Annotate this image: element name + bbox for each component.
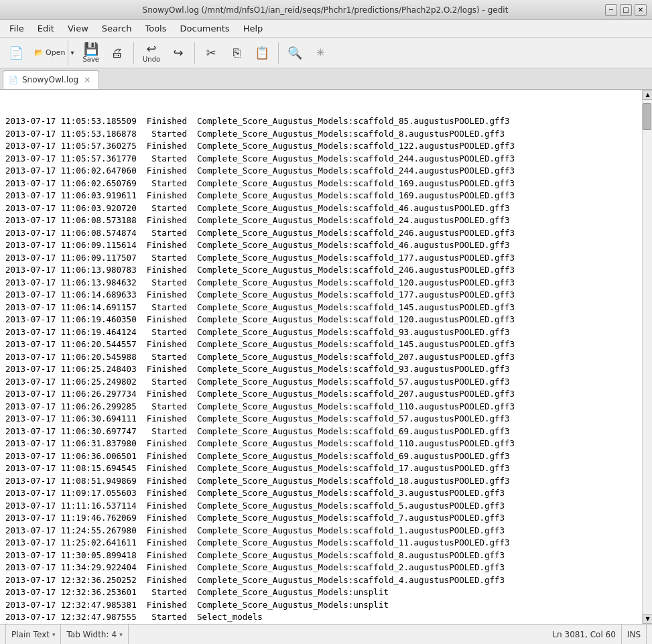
cursor-position: Ln 3081, Col 60 [552, 630, 615, 639]
menu-documents[interactable]: Documents [174, 21, 237, 36]
file-tab-icon: 📄 [9, 76, 18, 84]
undo-icon: ↩ [146, 43, 156, 55]
editor-line: 2013-07-17 11:09:17.055603 Finished Comp… [0, 487, 642, 500]
editor-line: 2013-07-17 11:06:31.837980 Finished Comp… [0, 438, 642, 450]
editor-line: 2013-07-17 11:06:30.697747 Started Compl… [0, 426, 642, 438]
editor-line: 2013-07-17 11:06:30.694111 Finished Comp… [0, 413, 642, 426]
paste-icon: 📋 [255, 47, 269, 59]
statusbar: Plain Text ▾ Tab Width: 4 ▾ Ln 3081, Col… [0, 624, 652, 644]
insert-mode-label: INS [627, 630, 641, 639]
menu-search[interactable]: Search [95, 21, 139, 36]
tab-close-button[interactable]: × [82, 75, 92, 84]
editor-line: 2013-07-17 11:06:14.689633 Finished Comp… [0, 289, 642, 302]
plain-text-dropdown-icon: ▾ [52, 631, 56, 638]
editor-line: 2013-07-17 11:34:29.922404 Finished Comp… [0, 562, 642, 574]
vertical-scrollbar[interactable]: ▲ ▼ [642, 90, 652, 624]
separator-2 [194, 42, 195, 64]
editor-line: 2013-07-17 11:25:02.641611 Finished Comp… [0, 537, 642, 550]
editor-line: 2013-07-17 11:05:57.360275 Finished Comp… [0, 140, 642, 153]
open-dropdown-button[interactable]: ▾ [68, 40, 76, 66]
redo-button[interactable]: ↪ [166, 40, 190, 66]
editor-line: 2013-07-17 11:30:05.899418 Finished Comp… [0, 550, 642, 562]
scroll-thumb[interactable] [643, 103, 651, 130]
tab-label: SnowyOwl.log [22, 75, 78, 84]
position-section: Ln 3081, Col 60 [547, 625, 621, 644]
editor-line: 2013-07-17 11:06:14.691157 Started Compl… [0, 302, 642, 314]
find-replace-icon: ✳ [316, 48, 324, 58]
editor-line: 2013-07-17 11:08:15.694545 Finished Comp… [0, 462, 642, 475]
tab-width-section[interactable]: Tab Width: 4 ▾ [61, 625, 128, 644]
minimize-button[interactable]: − [605, 4, 617, 16]
scroll-down-arrow[interactable]: ▼ [643, 614, 652, 624]
window-title: SnowyOwl.log (/mnt/md/nfsO1/ian_reid/seq… [46, 5, 605, 15]
editor-line: 2013-07-17 11:08:51.949869 Finished Comp… [0, 475, 642, 488]
menu-edit[interactable]: Edit [31, 21, 61, 36]
editor-line: 2013-07-17 11:06:36.006501 Finished Comp… [0, 450, 642, 463]
menubar: File Edit View Search Tools Documents He… [0, 20, 652, 38]
editor-line: 2013-07-17 11:06:02.650769 Started Compl… [0, 178, 642, 190]
find-button[interactable]: 🔍 [283, 40, 307, 66]
editor-line: 2013-07-17 11:06:26.297734 Finished Comp… [0, 388, 642, 401]
editor-line: 2013-07-17 11:05:53.186878 Started Compl… [0, 128, 642, 141]
tab-width-dropdown-icon: ▾ [119, 631, 123, 638]
plain-text-section[interactable]: Plain Text ▾ [5, 625, 61, 644]
print-button[interactable]: 🖨 [105, 40, 129, 66]
open-button-group: 📂 Open ▾ [29, 40, 76, 66]
menu-file[interactable]: File [3, 21, 31, 36]
new-icon: 📄 [9, 47, 23, 59]
print-icon: 🖨 [111, 47, 123, 59]
close-button[interactable]: ✕ [635, 4, 647, 16]
chevron-down-icon: ▾ [70, 49, 74, 56]
editor-line: 2013-07-17 11:06:20.545988 Started Compl… [0, 351, 642, 364]
editor-line: 2013-07-17 11:06:13.980783 Finished Comp… [0, 264, 642, 277]
window-controls: − □ ✕ [605, 4, 647, 16]
scroll-track[interactable] [643, 100, 652, 614]
editor-line: 2013-07-17 11:24:55.267980 Finished Comp… [0, 525, 642, 537]
undo-button[interactable]: ↩ Undo [138, 40, 165, 66]
editor-line: 2013-07-17 12:32:47.985381 Finished Comp… [0, 599, 642, 612]
toolbar: 📄 📂 Open ▾ 💾 Save 🖨 ↩ Undo ↪ ✂ ⎘ 📋 [0, 38, 652, 68]
search-icon: 🔍 [287, 47, 302, 59]
save-button[interactable]: 💾 Save [78, 40, 104, 66]
menu-help[interactable]: Help [237, 21, 270, 36]
insert-mode-section: INS [622, 625, 647, 644]
separator-1 [133, 42, 134, 64]
editor-line: 2013-07-17 11:06:26.299285 Started Compl… [0, 401, 642, 413]
editor-line: 2013-07-17 11:06:09.117507 Started Compl… [0, 252, 642, 265]
redo-icon: ↪ [174, 47, 184, 59]
new-button[interactable]: 📄 [4, 40, 28, 66]
editor-line: 2013-07-17 12:32:36.253601 Started Compl… [0, 586, 642, 599]
maximize-button[interactable]: □ [620, 4, 632, 16]
tab-snowyowl[interactable]: 📄 SnowyOwl.log × [3, 70, 99, 89]
editor-container: 2013-07-17 11:05:53.185509 Finished Comp… [0, 90, 652, 624]
editor-content[interactable]: 2013-07-17 11:05:53.185509 Finished Comp… [0, 90, 642, 624]
copy-icon: ⎘ [233, 47, 241, 59]
editor-line: 2013-07-17 11:19:46.762069 Finished Comp… [0, 512, 642, 525]
editor-line: 2013-07-17 11:06:19.464124 Started Compl… [0, 326, 642, 339]
open-button[interactable]: 📂 Open [29, 40, 68, 66]
undo-label: Undo [143, 56, 160, 63]
cut-button[interactable]: ✂ [199, 40, 223, 66]
cut-icon: ✂ [206, 47, 216, 59]
editor-line: 2013-07-17 11:06:09.115614 Finished Comp… [0, 239, 642, 252]
tabbar: 📄 SnowyOwl.log × [0, 68, 652, 90]
copy-button[interactable]: ⎘ [224, 40, 249, 66]
menu-view[interactable]: View [61, 21, 95, 36]
editor-line: 2013-07-17 11:06:03.920720 Started Compl… [0, 202, 642, 215]
editor-line: 2013-07-17 11:06:02.647060 Finished Comp… [0, 165, 642, 178]
paste-button[interactable]: 📋 [250, 40, 274, 66]
editor-line: 2013-07-17 12:32:36.250252 Finished Comp… [0, 574, 642, 587]
tab-width-value: 4 [112, 630, 117, 639]
save-icon: 💾 [84, 43, 99, 55]
plain-text-label: Plain Text [11, 630, 50, 639]
save-label: Save [82, 56, 99, 63]
open-icon: 📂 [34, 48, 44, 57]
editor-line: 2013-07-17 12:32:47.987555 Started Selec… [0, 611, 642, 624]
editor-line: 2013-07-17 11:05:53.185509 Finished Comp… [0, 115, 642, 128]
menu-tools[interactable]: Tools [138, 21, 173, 36]
editor-line: 2013-07-17 11:06:08.573188 Finished Comp… [0, 214, 642, 227]
scroll-up-arrow[interactable]: ▲ [643, 90, 652, 100]
editor-line: 2013-07-17 11:06:25.249802 Started Compl… [0, 376, 642, 389]
find-replace-button[interactable]: ✳ [308, 40, 332, 66]
editor-line: 2013-07-17 11:06:25.248403 Finished Comp… [0, 363, 642, 376]
